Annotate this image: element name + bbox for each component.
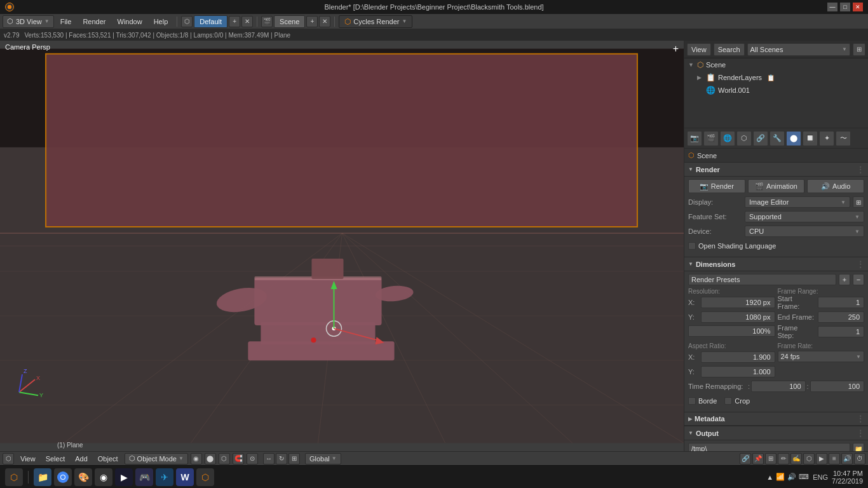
- minimize-button[interactable]: —: [827, 3, 837, 11]
- menu-file[interactable]: File: [55, 17, 77, 27]
- output-panel-header[interactable]: ▼ Output ⋮: [684, 426, 868, 440]
- audio-button[interactable]: 🔊 Audio: [807, 179, 864, 193]
- prop-icon-object[interactable]: ⬡: [736, 131, 752, 146]
- fps-dropdown[interactable]: 24 fps ▼: [778, 351, 865, 362]
- end-frame-field[interactable]: 250: [818, 311, 864, 323]
- prop-icon-material[interactable]: ⬤: [786, 131, 801, 146]
- menu-help[interactable]: Help: [149, 17, 173, 27]
- output-folder-button[interactable]: 📁: [853, 443, 864, 451]
- view-menu-button[interactable]: View: [17, 454, 39, 463]
- scene-close-button[interactable]: ✕: [319, 16, 330, 27]
- outliner-item-world[interactable]: 🌐 World.001: [684, 84, 868, 97]
- timeline-button[interactable]: ≡: [829, 453, 840, 464]
- viewport-shading-button[interactable]: ◉: [191, 453, 202, 464]
- editor-link-button[interactable]: 🔗: [740, 453, 751, 464]
- taskbar-browser2-icon[interactable]: ◉: [95, 468, 112, 486]
- taskbar-filemanager-icon[interactable]: 📁: [34, 468, 51, 486]
- prop-icon-texture[interactable]: 🔲: [803, 131, 818, 146]
- metadata-panel-header[interactable]: ▶ Metadata ⋮: [684, 412, 868, 426]
- dimensions-panel-header[interactable]: ▼ Dimensions ⋮: [684, 257, 868, 271]
- taskbar-telegram-icon[interactable]: ✈: [156, 468, 173, 486]
- object-mode-button[interactable]: ⬡ Object Mode ▼: [125, 453, 188, 464]
- aspect-x-field[interactable]: 1.900: [701, 351, 775, 363]
- grid-button[interactable]: ⊞: [765, 453, 776, 464]
- prop-icon-modifier[interactable]: 🔧: [770, 131, 785, 146]
- render-border-button[interactable]: ⬡: [803, 453, 815, 464]
- time-remap-new-field[interactable]: 100: [810, 381, 864, 392]
- start-frame-field[interactable]: 1: [818, 297, 864, 308]
- snap-button[interactable]: 🧲: [233, 453, 244, 464]
- outliner-item-renderlayers[interactable]: ▶ 📋 RenderLayers 📋: [684, 71, 868, 84]
- animation-button[interactable]: 🎬 Animation: [748, 179, 805, 193]
- time-remap-old-field[interactable]: 100: [751, 381, 805, 392]
- transform-move-button[interactable]: ↔: [263, 453, 275, 464]
- editor-type-button[interactable]: ⬡ 3D View ▼: [3, 15, 54, 28]
- resolution-y-field[interactable]: 1080 px: [701, 311, 775, 323]
- prop-icon-scene[interactable]: 🎬: [703, 131, 719, 146]
- grease-pencil-button[interactable]: ✍: [790, 453, 802, 464]
- preset-remove-button[interactable]: −: [853, 274, 864, 285]
- render-button[interactable]: 📷 Render: [688, 179, 745, 193]
- audio-scrub-button[interactable]: 🔊: [841, 453, 853, 464]
- outliner-item-scene[interactable]: ▼ ⬡ Scene: [684, 58, 868, 71]
- open-shading-checkbox[interactable]: [688, 242, 696, 250]
- prop-icon-particles[interactable]: ✦: [819, 131, 834, 146]
- language-indicator[interactable]: ENG: [813, 473, 828, 481]
- tray-arrow[interactable]: ▲: [766, 473, 773, 481]
- render-panel-header[interactable]: ▼ Render ⋮: [684, 163, 868, 177]
- aspect-y-field[interactable]: 1.000: [701, 366, 775, 377]
- transform-orientation-button[interactable]: Global ▼: [305, 453, 341, 464]
- workspace-add-button[interactable]: +: [229, 16, 240, 27]
- display-dropdown[interactable]: Image Editor ▼: [745, 196, 850, 208]
- border-checkbox[interactable]: [688, 397, 696, 405]
- scene-name-button[interactable]: Scene: [274, 15, 305, 28]
- annotation-button[interactable]: ✏: [778, 453, 789, 464]
- workspace-default-button[interactable]: Default: [194, 15, 227, 28]
- crop-checkbox[interactable]: [724, 397, 732, 405]
- taskbar-blender2-icon[interactable]: ⬡: [196, 468, 214, 486]
- preset-add-button[interactable]: +: [839, 274, 850, 285]
- render-presets-dropdown[interactable]: Render Presets: [688, 274, 836, 285]
- add-menu-button[interactable]: Add: [71, 454, 92, 463]
- close-button[interactable]: ✕: [853, 3, 863, 11]
- object-menu-button[interactable]: Object: [94, 454, 122, 463]
- prop-icon-constraint[interactable]: 🔗: [753, 131, 768, 146]
- feature-set-dropdown[interactable]: Supported ▼: [745, 211, 864, 222]
- resolution-percent-field[interactable]: 100%: [688, 325, 775, 337]
- taskbar-chrome-icon[interactable]: [54, 468, 72, 486]
- prop-icon-world[interactable]: 🌐: [720, 131, 735, 146]
- workspace-close-button[interactable]: ✕: [241, 16, 253, 27]
- outliner-view-button[interactable]: View: [687, 43, 711, 56]
- prop-icon-physics[interactable]: 〜: [836, 131, 851, 146]
- resolution-x-field[interactable]: 1920 px: [701, 297, 775, 308]
- maximize-button[interactable]: □: [840, 3, 850, 11]
- menu-window[interactable]: Window: [112, 17, 147, 27]
- sync-button[interactable]: ⏱: [854, 453, 865, 464]
- menu-render[interactable]: Render: [78, 17, 111, 27]
- outliner-options-button[interactable]: ⊞: [853, 43, 865, 56]
- viewport-type-button[interactable]: ⬡: [3, 453, 14, 464]
- proportional-edit-button[interactable]: ⊙: [247, 453, 258, 464]
- workspace-editor-icon[interactable]: ⬡: [181, 16, 193, 27]
- viewport-overlay-button[interactable]: ⬤: [205, 453, 216, 464]
- select-menu-button[interactable]: Select: [42, 454, 69, 463]
- output-path-field[interactable]: /tmp\: [688, 443, 850, 451]
- scene-add-button[interactable]: +: [306, 16, 318, 27]
- device-dropdown[interactable]: CPU ▼: [745, 226, 864, 237]
- transform-scale-button[interactable]: ⊞: [288, 453, 300, 464]
- taskbar-blender-icon[interactable]: ⬡: [5, 468, 23, 486]
- prop-icon-render[interactable]: 📷: [687, 131, 702, 146]
- viewport-3d[interactable]: X Y Z Camera Persp + (1) Plane: [0, 41, 684, 451]
- taskbar-steam-icon[interactable]: ▶: [115, 468, 133, 486]
- playback-button[interactable]: ▶: [816, 453, 827, 464]
- frame-step-field[interactable]: 1: [818, 326, 864, 337]
- outliner-scenes-dropdown[interactable]: All Scenes ▼: [747, 43, 850, 56]
- outliner-search-button[interactable]: Search: [714, 43, 745, 56]
- taskbar-word-icon[interactable]: W: [176, 468, 194, 486]
- display-fullscreen-button[interactable]: ⊞: [853, 196, 864, 208]
- viewport-add-button[interactable]: +: [673, 43, 679, 55]
- pin-button[interactable]: 📌: [752, 453, 764, 464]
- taskbar-graphics-icon[interactable]: 🎨: [74, 468, 92, 486]
- taskbar-discord-icon[interactable]: 🎮: [135, 468, 153, 486]
- render-engine-button[interactable]: ⬡ Cycles Render ▼: [339, 15, 412, 28]
